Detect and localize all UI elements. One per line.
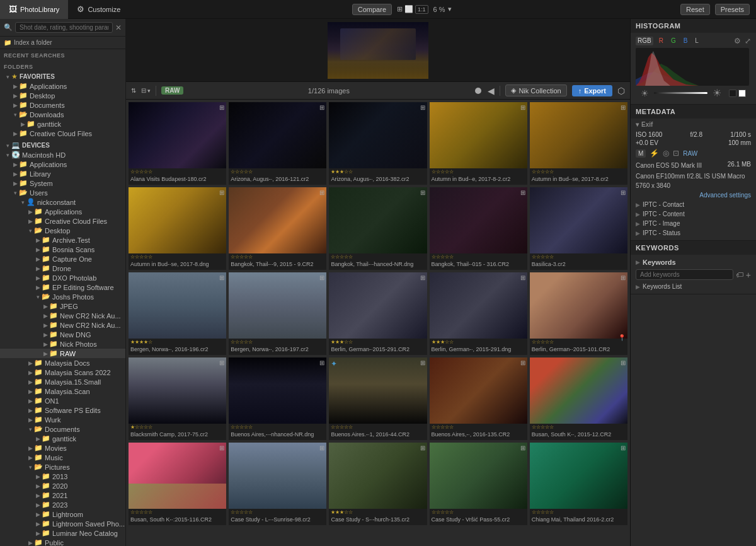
- dev-nickconstant-arrow[interactable]: ▾: [19, 199, 26, 206]
- hist-tab-g[interactable]: G: [669, 37, 678, 45]
- dev-software-ps[interactable]: ▶ 📁 Software PS Edits: [0, 405, 125, 415]
- photo-cell-3[interactable]: ⊞ ☆☆☆☆☆ Autumn in Bud-·e, 2017-8-2.cr2: [430, 102, 527, 185]
- devices-chevron[interactable]: ▾: [4, 142, 11, 149]
- iptc-image-row[interactable]: ▶ IPTC - Image: [636, 219, 751, 228]
- dev-library[interactable]: ▶ 📁 Library: [0, 169, 125, 178]
- dev-cr2-2-arrow[interactable]: ▶: [42, 322, 49, 328]
- dev-nick-cc[interactable]: ▶ 📁 Creative Cloud Files: [0, 216, 125, 226]
- dev-malaysia-docs[interactable]: ▶ 📁 Malaysia Docs: [0, 358, 125, 368]
- fav-documents[interactable]: ▶ 📁 Documents: [0, 100, 125, 110]
- grid-view-icon[interactable]: ⊞: [397, 5, 403, 13]
- hist-tab-l[interactable]: L: [693, 37, 701, 45]
- exposure-slider[interactable]: [654, 92, 707, 94]
- fav-documents-arrow[interactable]: ▶: [11, 102, 19, 108]
- presets-button[interactable]: Presets: [715, 4, 750, 15]
- dev-wurk-arrow[interactable]: ▶: [26, 417, 34, 423]
- dev-2020[interactable]: ▶ 📁 2020: [0, 481, 125, 491]
- dev-music-arrow[interactable]: ▶: [26, 455, 34, 461]
- dev-archive-test-arrow[interactable]: ▶: [34, 237, 42, 243]
- photo-cell-5[interactable]: ⊞ ☆☆☆☆☆ Autumn in Bud-·se, 2017-8.dng: [129, 187, 226, 270]
- dev-users-arrow[interactable]: ▾: [11, 190, 19, 196]
- keyword-input[interactable]: [636, 269, 733, 280]
- zoom-dropdown-icon[interactable]: ▾: [448, 5, 452, 13]
- dev-applications-arrow[interactable]: ▶: [11, 161, 19, 168]
- dev-malaysia-docs-arrow[interactable]: ▶: [26, 360, 34, 366]
- photo-cell-23[interactable]: ⊞ ☆☆☆☆☆ Case Study - Vršić Pass-55.cr2: [430, 443, 527, 525]
- nik-collection-btn[interactable]: ◈ Nik Collection: [505, 84, 566, 96]
- search-input[interactable]: [15, 22, 113, 33]
- dev-on1-arrow[interactable]: ▶: [26, 398, 34, 404]
- fav-ganttick-arrow[interactable]: ▶: [19, 121, 26, 127]
- hist-tab-r[interactable]: R: [657, 37, 665, 45]
- keyword-tag-icon[interactable]: 🏷: [736, 270, 743, 279]
- shadow-icon[interactable]: ☀: [641, 88, 649, 98]
- dev-public-arrow[interactable]: ▶: [26, 540, 34, 546]
- dev-software-ps-arrow[interactable]: ▶: [26, 407, 34, 414]
- dev-nick-photos-arrow[interactable]: ▶: [42, 341, 49, 347]
- dev-users[interactable]: ▾ 📂 Users: [0, 188, 125, 197]
- hist-settings-icon[interactable]: ⚙: [734, 37, 741, 45]
- devices-group[interactable]: ▾ 💻 DEVICES: [0, 141, 125, 150]
- photo-cell-0[interactable]: ⊞ ☆☆☆☆☆ Alana Visits Budapest-180.cr2: [129, 102, 226, 185]
- dev-capture-one-arrow[interactable]: ▶: [34, 256, 42, 262]
- hist-tab-rgb[interactable]: RGB: [636, 37, 653, 45]
- dev-lightroom-arrow[interactable]: ▶: [34, 511, 42, 518]
- tab-photo-library[interactable]: 🖼 PhotoLibrary: [0, 0, 68, 19]
- photo-cell-22[interactable]: ⊞ ★★★☆☆ Case Study - S-·-hurch-135.cr2: [329, 443, 427, 525]
- filter-btn[interactable]: ⊟ ▾: [141, 87, 151, 94]
- photo-cell-7[interactable]: ⊞ ☆☆☆☆☆ Bangkok, Thail-·-hanced-NR.dng: [329, 187, 427, 270]
- iptc-status-row[interactable]: ▶ IPTC - Status: [636, 228, 751, 238]
- dev-lr-saved[interactable]: ▶ 📁 Lightroom Saved Pho...: [0, 519, 125, 528]
- compare-button[interactable]: Compare: [352, 4, 392, 15]
- dev-drone[interactable]: ▶ 📁 Drone: [0, 264, 125, 273]
- dev-capture-one[interactable]: ▶ 📁 Capture One: [0, 254, 125, 264]
- share-btn[interactable]: ⬡: [617, 86, 625, 96]
- sort-btn[interactable]: ⇅: [131, 87, 136, 94]
- photo-cell-8[interactable]: ⊞ ☆☆☆☆☆ Bangkok, Thail-·015 - 316.CR2: [430, 187, 527, 270]
- iptc-contact-row[interactable]: ▶ IPTC - Contact: [636, 200, 751, 209]
- photo-cell-15[interactable]: ⊞ ★☆☆☆☆ Blacksmith Camp, 2017-75.cr2: [129, 357, 226, 440]
- dev-malaysia-small[interactable]: ▶ 📁 Malaysia.15.Small: [0, 377, 125, 386]
- dev-drone-arrow[interactable]: ▶: [34, 265, 42, 272]
- fav-cc-arrow[interactable]: ▶: [11, 131, 19, 137]
- dev-malaysia-scan-arrow[interactable]: ▶: [26, 388, 34, 395]
- dev-movies-arrow[interactable]: ▶: [26, 445, 34, 451]
- fav-desktop[interactable]: ▶ 📁 Desktop: [0, 91, 125, 100]
- dev-joshs-photos[interactable]: ▾ 📂 Joshs Photos: [0, 292, 125, 301]
- dev-cr2-1-arrow[interactable]: ▶: [42, 313, 49, 319]
- dev-nick-desktop-arrow[interactable]: ▾: [26, 228, 34, 234]
- fav-applications[interactable]: ▶ 📁 Applications: [0, 81, 125, 91]
- photo-cell-6[interactable]: ⊞ ☆☆☆☆☆ Bangkok, Thail-·-9, 2015 - 9.CR2: [229, 187, 326, 270]
- photo-cell-19[interactable]: ⊞ ☆☆☆☆☆ Busan, South K-·, 2015-12.CR2: [530, 357, 627, 440]
- dev-2021-arrow[interactable]: ▶: [34, 492, 42, 499]
- dev-nick-cc-arrow[interactable]: ▶: [26, 218, 34, 224]
- dev-malaysia-scans[interactable]: ▶ 📁 Malaysia Scans 2022: [0, 368, 125, 377]
- dev-documents[interactable]: ▾ 📂 Documents: [0, 424, 125, 434]
- photo-cell-2[interactable]: ⊞ ★★★☆☆ Arizona, Augus-·, 2016-382.cr2: [329, 102, 427, 185]
- dev-lr-saved-arrow[interactable]: ▶: [34, 521, 42, 527]
- dev-2021[interactable]: ▶ 📁 2021: [0, 491, 125, 500]
- dev-malaysia-small-arrow[interactable]: ▶: [26, 379, 34, 385]
- dev-joshs-photos-arrow[interactable]: ▾: [34, 294, 42, 300]
- favorites-chevron[interactable]: ▾: [4, 74, 11, 80]
- dev-dxo[interactable]: ▶ 📁 DXO Photolab: [0, 273, 125, 282]
- tab-customize[interactable]: ⚙ Customize: [68, 0, 129, 19]
- keyword-add-icon[interactable]: +: [746, 270, 751, 280]
- dev-bosnia[interactable]: ▶ 📁 Bosnia Scans: [0, 245, 125, 254]
- hist-tab-b[interactable]: B: [682, 37, 690, 45]
- dev-music[interactable]: ▶ 📁 Music: [0, 453, 125, 462]
- photo-cell-13[interactable]: ⊞ ★★★☆☆ Berlin, German-·, 2015-291.dng: [430, 272, 527, 355]
- photo-cell-16[interactable]: ⊞ ☆☆☆☆☆ Buenos Aires,-·-nhanced-NR.dng: [229, 357, 326, 440]
- photo-cell-24[interactable]: ⊞ ☆☆☆☆☆ Chiang Mai, Thailand 2016-2.cr2: [530, 443, 627, 525]
- dev-cr2-2[interactable]: ▶ 📁 New CR2 Nick Au...: [0, 320, 125, 330]
- dev-2020-arrow[interactable]: ▶: [34, 483, 42, 489]
- search-clear-icon[interactable]: ✕: [115, 23, 122, 32]
- photo-cell-12[interactable]: ⊞ ★★★☆☆ Berlin, German-·2015-291.CR2: [329, 272, 427, 355]
- advanced-settings-link[interactable]: Advanced settings: [636, 190, 751, 200]
- dev-2023-arrow[interactable]: ▶: [34, 502, 42, 508]
- dev-dxo-arrow[interactable]: ▶: [34, 275, 42, 281]
- dev-archive-test[interactable]: ▶ 📁 Archive.Test: [0, 235, 125, 245]
- dev-doc-ganttick-arrow[interactable]: ▶: [34, 436, 42, 442]
- dev-malaysia-scans-arrow[interactable]: ▶: [26, 369, 34, 376]
- dev-ep-editing-arrow[interactable]: ▶: [34, 284, 42, 291]
